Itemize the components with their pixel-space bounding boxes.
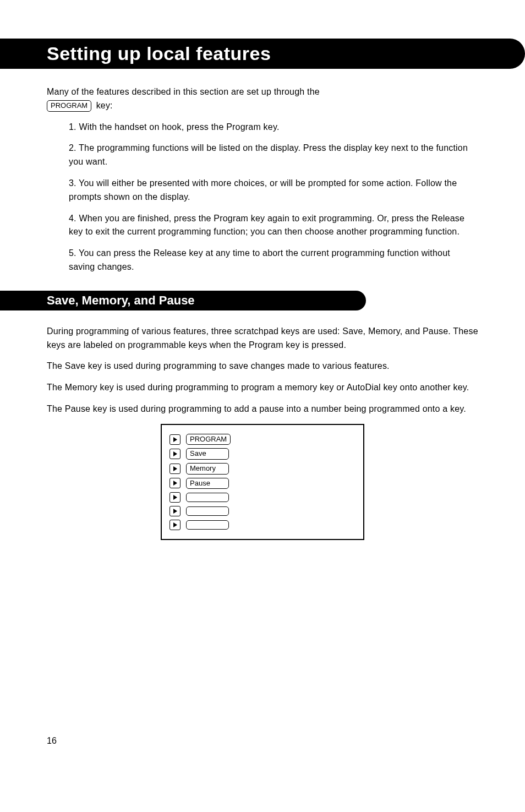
step-5: 5. You can press the Release key at any … <box>69 247 478 274</box>
play-icon <box>169 478 181 488</box>
step-1: 1. With the handset on hook, press the P… <box>69 121 478 134</box>
page-title-bar: Setting up local features <box>0 39 525 69</box>
panel-key-program: PROGRAM <box>186 434 231 445</box>
intro-text-a: Many of the features described in this s… <box>47 87 320 96</box>
program-keycap: PROGRAM <box>47 100 91 112</box>
panel-row-memory: Memory <box>169 463 356 475</box>
play-icon <box>169 506 181 516</box>
svg-marker-4 <box>173 495 177 500</box>
panel-key-memory: Memory <box>186 463 229 475</box>
play-icon <box>169 464 181 474</box>
panel-key-blank <box>186 520 229 530</box>
intro-paragraph: Many of the features described in this s… <box>47 85 478 113</box>
panel-key-blank <box>186 506 229 516</box>
panel-row-save: Save <box>169 448 356 460</box>
panel-row-blank-2 <box>169 506 356 516</box>
svg-marker-0 <box>173 437 177 442</box>
svg-marker-6 <box>173 522 177 527</box>
play-icon <box>169 449 181 459</box>
panel-key-pause: Pause <box>186 478 229 489</box>
panel-row-program: PROGRAM <box>169 434 356 445</box>
smp-para-3: The Memory key is used during programmin… <box>47 381 478 395</box>
section-title: Save, Memory, and Pause <box>47 293 349 308</box>
panel-row-blank-3 <box>169 520 356 530</box>
step-2: 2. The programming functions will be lis… <box>69 141 478 169</box>
panel-key-blank <box>186 493 229 502</box>
section-title-bar: Save, Memory, and Pause <box>0 291 366 310</box>
page-title: Setting up local features <box>47 43 501 64</box>
program-steps-list: 1. With the handset on hook, press the P… <box>69 121 478 274</box>
panel-key-save: Save <box>186 448 229 460</box>
svg-marker-5 <box>173 509 177 514</box>
play-icon <box>169 520 181 530</box>
keypad-panel: PROGRAM Save Memory Pause <box>161 424 364 540</box>
step-4: 4. When you are finished, press the Prog… <box>69 212 478 239</box>
svg-marker-3 <box>173 481 177 486</box>
play-icon <box>169 434 181 445</box>
smp-para-1: During programming of various features, … <box>47 325 478 352</box>
svg-marker-1 <box>173 451 177 456</box>
smp-para-4: The Pause key is used during programming… <box>47 402 478 416</box>
intro-text-b: key: <box>96 101 113 110</box>
panel-row-pause: Pause <box>169 478 356 489</box>
play-icon <box>169 492 181 503</box>
smp-para-2: The Save key is used during programming … <box>47 359 478 373</box>
step-3: 3. You will either be presented with mor… <box>69 177 478 204</box>
panel-row-blank-1 <box>169 492 356 503</box>
page-number: 16 <box>47 736 57 746</box>
svg-marker-2 <box>173 466 177 471</box>
